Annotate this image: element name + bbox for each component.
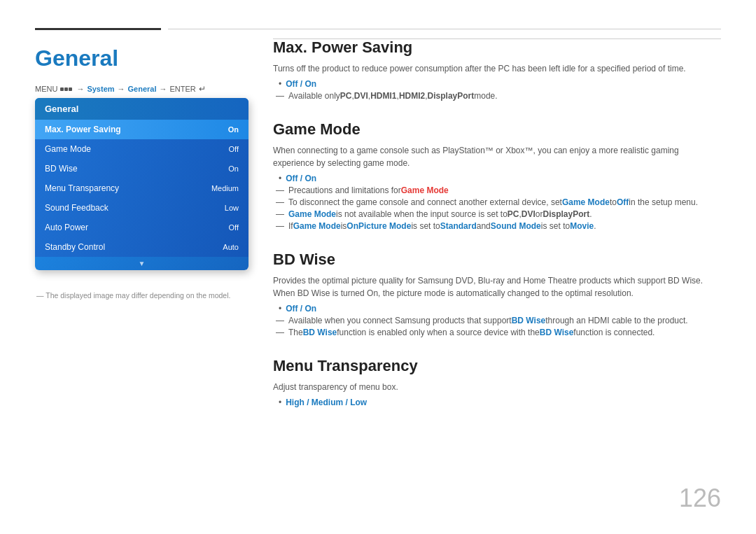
sidebar-item-value: On bbox=[228, 125, 239, 134]
game-mode-note-0: Precautions and limitations for Game Mod… bbox=[276, 185, 721, 195]
sidebar-header: General bbox=[35, 98, 248, 120]
arrow-3: → bbox=[160, 85, 167, 93]
bullet-text: Off / On bbox=[286, 174, 316, 183]
sidebar-item-value: Auto bbox=[223, 243, 239, 251]
sidebar-item-label: Standby Control bbox=[45, 242, 105, 252]
sidebar-item-sound-feedback[interactable]: Sound FeedbackLow bbox=[35, 198, 248, 218]
section-bd-wise: BD WiseProvides the optimal picture qual… bbox=[273, 251, 721, 337]
sidebar-item-max--power-saving[interactable]: Max. Power SavingOn bbox=[35, 120, 248, 139]
sections-container: Max. Power SavingTurns off the product t… bbox=[273, 38, 721, 407]
menu-path: MENU → System → General → ENTER ↵ bbox=[35, 84, 206, 94]
page-title: General bbox=[35, 45, 118, 71]
bd-wise-bullet: Off / On bbox=[279, 304, 721, 314]
section-menu-transparency: Menu TransparencyAdjust transparency of … bbox=[273, 357, 721, 407]
sidebar-item-menu-transparency[interactable]: Menu TransparencyMedium bbox=[35, 178, 248, 198]
sidebar: General Max. Power SavingOnGame ModeOffB… bbox=[35, 98, 248, 300]
sidebar-item-label: BD Wise bbox=[45, 164, 78, 174]
sidebar-item-label: Sound Feedback bbox=[45, 203, 108, 213]
sidebar-item-value: Off bbox=[229, 223, 239, 232]
bullet-text: Off / On bbox=[286, 79, 316, 89]
sidebar-items-container: Max. Power SavingOnGame ModeOffBD WiseOn… bbox=[35, 120, 248, 257]
enter-icon: ↵ bbox=[199, 84, 206, 94]
bd-wise-note-0: Available when you connect Samsung produ… bbox=[276, 316, 721, 325]
sidebar-item-value: Medium bbox=[211, 184, 239, 192]
sidebar-item-value: Low bbox=[225, 204, 239, 212]
sidebar-item-value: On bbox=[228, 164, 239, 173]
bd-wise-desc: Provides the optimal picture quality for… bbox=[273, 274, 721, 300]
max-power-saving-desc: Turns off the product to reduce power co… bbox=[273, 62, 721, 75]
sidebar-item-standby-control[interactable]: Standby ControlAuto bbox=[35, 237, 248, 257]
arrow-1: → bbox=[76, 85, 84, 93]
sidebar-note: The displayed image may differ depending… bbox=[35, 291, 248, 300]
game-mode-note-3: If Game Mode is OnPicture Mode is set to… bbox=[276, 221, 721, 231]
general-label: General bbox=[128, 85, 157, 93]
game-mode-note-2: Game Mode is not available when the inpu… bbox=[276, 209, 721, 219]
sidebar-item-value: Off bbox=[229, 145, 239, 153]
max-power-saving-note-0: Available only PC, DVI, HDMI1, HDMI2, Di… bbox=[276, 91, 721, 101]
sidebar-item-label: Max. Power Saving bbox=[45, 125, 121, 134]
long-line bbox=[168, 29, 721, 29]
game-mode-note-1: To disconnect the game console and conne… bbox=[276, 197, 721, 207]
arrow-2: → bbox=[118, 85, 125, 93]
system-label: System bbox=[87, 85, 114, 93]
enter-label: ENTER bbox=[170, 85, 196, 93]
bd-wise-note-1: The BD Wise function is enabled only whe… bbox=[276, 328, 721, 337]
menu-grid-icon bbox=[60, 87, 72, 91]
game-mode-title: Game Mode bbox=[273, 120, 721, 139]
sidebar-panel: General Max. Power SavingOnGame ModeOffB… bbox=[35, 98, 248, 270]
menu-label: MENU bbox=[35, 85, 57, 93]
content-area: Max. Power SavingTurns off the product t… bbox=[273, 38, 721, 427]
sidebar-item-label: Auto Power bbox=[45, 223, 88, 232]
menu-transparency-desc: Adjust transparency of menu box. bbox=[273, 381, 721, 393]
menu-transparency-bullet: High / Medium / Low bbox=[279, 398, 721, 407]
menu-transparency-title: Menu Transparency bbox=[273, 357, 721, 375]
bullet-text: High / Medium / Low bbox=[286, 398, 367, 407]
top-decorative-lines bbox=[35, 28, 721, 29]
bd-wise-title: BD Wise bbox=[273, 251, 721, 269]
max-power-saving-title: Max. Power Saving bbox=[273, 38, 721, 57]
sidebar-item-auto-power[interactable]: Auto PowerOff bbox=[35, 218, 248, 237]
sidebar-item-label: Menu Transparency bbox=[45, 183, 119, 193]
section-game-mode: Game ModeWhen connecting to a game conso… bbox=[273, 120, 721, 231]
game-mode-bullet: Off / On bbox=[279, 174, 721, 183]
sidebar-item-bd-wise[interactable]: BD WiseOn bbox=[35, 159, 248, 178]
page-number: 126 bbox=[679, 484, 721, 513]
sidebar-item-label: Game Mode bbox=[45, 144, 91, 154]
game-mode-desc: When connecting to a game console such a… bbox=[273, 144, 721, 169]
section-max-power-saving: Max. Power SavingTurns off the product t… bbox=[273, 38, 721, 101]
bullet-text: Off / On bbox=[286, 304, 316, 314]
max-power-saving-bullet: Off / On bbox=[279, 79, 721, 89]
sidebar-scroll-arrow[interactable]: ▼ bbox=[35, 257, 248, 270]
sidebar-item-game-mode[interactable]: Game ModeOff bbox=[35, 139, 248, 159]
short-line bbox=[35, 28, 161, 30]
